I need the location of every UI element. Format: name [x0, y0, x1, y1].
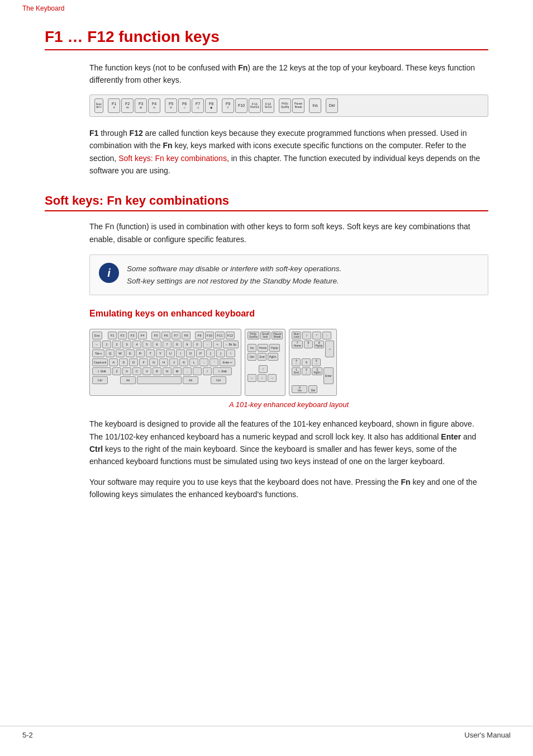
kb-6: 6 — [153, 341, 161, 348]
kb-backslash: \ — [226, 349, 235, 357]
kb-num7: 7Home — [292, 341, 302, 348]
key-f1: F1☀ — [108, 98, 120, 113]
kb-num123-row: 1End 2↓ 3PgDn Enter — [292, 367, 334, 384]
kb-y: Y — [156, 349, 165, 357]
page-footer: 5-2 User's Manual — [0, 726, 533, 739]
emulating-keys-subsection: Emulating keys on enhanced keyboard Esc … — [89, 309, 488, 500]
kb-j: J — [169, 358, 178, 366]
kb-num-enter: Enter — [323, 367, 334, 384]
breadcrumb-text: The Keyboard — [22, 4, 64, 12]
kb-num0: 0Ins — [292, 385, 307, 393]
kb-enter: Enter ↵ — [220, 358, 235, 366]
kb-m: M — [173, 367, 182, 375]
kb-num-plus: + — [325, 341, 334, 357]
kb-tilde: ~ — [92, 341, 101, 348]
soft-keys-link[interactable]: Soft keys: Fn key combinations — [118, 154, 227, 163]
kb-num0-row: 0Ins .Del — [292, 385, 334, 393]
key-ins: Ins — [309, 98, 321, 113]
kb-capslock: CapsLock — [92, 358, 108, 366]
kb-num456-row: 4← 5 6→ — [292, 358, 334, 366]
kb-8: 8 — [173, 341, 182, 348]
key-pause: PauseBreak — [292, 98, 304, 113]
kb-lbracket: [ — [206, 349, 215, 357]
kb-z: Z — [112, 367, 121, 375]
kb-num2: 2↓ — [302, 367, 311, 375]
kb-num8: 8↑ — [304, 341, 313, 348]
kb-esc: Esc — [92, 332, 102, 339]
kb-arrow-row2: ← ↓ → — [248, 374, 283, 382]
kb-backspace: ← Bk Sp — [223, 341, 239, 348]
kb-rctrl: Ctrl — [211, 376, 226, 384]
kb-num6: 6→ — [312, 358, 321, 366]
kb-zxcv-row: ⇧ Shift Z X C V B N M , . / ⇧ Shift — [92, 367, 239, 375]
kb-f: F — [139, 358, 148, 366]
kb-num4: 4← — [292, 358, 301, 366]
kb-num1: 1End — [292, 367, 301, 375]
kb-r: R — [136, 349, 145, 357]
key-f10: F10 — [235, 98, 248, 113]
breadcrumb: The Keyboard — [0, 0, 533, 17]
kb-qwerty-row: Tab⇥ Q W E R T Y U I O P [ ] — [92, 349, 239, 357]
fn-keys-title: F1 … F12 function keys — [45, 28, 488, 50]
key-f7: F7◁ — [192, 98, 204, 113]
key-f5: F5⟳ — [165, 98, 177, 113]
fn-keys-para1: The function keys (not to be confused wi… — [89, 62, 488, 87]
kb-h: H — [159, 358, 168, 366]
kb-rshift: ⇧ Shift — [213, 367, 232, 375]
kb-rbracket: ] — [216, 349, 225, 357]
key-f8: F8◉ — [205, 98, 217, 113]
kb-num-star: * — [312, 332, 321, 339]
kb-pause: PauseBreak — [272, 332, 283, 339]
kb-num-dot: .Del — [308, 385, 317, 393]
kb-2: 2 — [112, 341, 121, 348]
kb-space — [137, 376, 182, 384]
kb-d: D — [129, 358, 138, 366]
kb-up: ↑ — [259, 365, 268, 373]
key-f2: F2☀+ — [121, 98, 134, 113]
emulating-keys-para2: Your software may require you to use key… — [89, 476, 488, 501]
kb-f2: F2 — [118, 332, 127, 339]
kb-num-row: ~ 1 2 3 4 5 6 7 8 9 0 - = — [92, 341, 239, 348]
kb-u: U — [166, 349, 175, 357]
key-esc: Esc⊕/↩ — [94, 98, 103, 113]
fn-keys-section: F1 … F12 function keys The function keys… — [45, 28, 488, 177]
kb-del: Del — [248, 353, 256, 361]
fn-keys-para2: F1 through F12 are called function keys … — [89, 127, 488, 177]
kb-num-minus: - — [322, 332, 331, 339]
kb-c: C — [132, 367, 141, 375]
kb-9: 9 — [183, 341, 192, 348]
kb-ins: Ins — [248, 344, 256, 352]
kb-num3: 3PgDn — [312, 367, 322, 375]
key-prtsc: PrtScSysRq — [279, 98, 291, 113]
info-text: Some software may disable or interfere w… — [127, 263, 341, 287]
key-f6: F6♫ — [178, 98, 191, 113]
key-del: Del — [326, 98, 338, 113]
soft-keys-section: Soft keys: Fn key combinations The Fn (f… — [45, 193, 488, 500]
kb-f3: F3 — [128, 332, 137, 339]
kb-lctrl: Ctrl — [92, 376, 108, 384]
key-f11: F11NumLk — [249, 98, 261, 113]
kb-sys-row: PrtScSysRq Scrolllock PauseBreak — [248, 332, 283, 339]
kb-equals: = — [213, 341, 222, 348]
kb-q: Q — [106, 349, 115, 357]
kb-asdf-row: CapsLock A S D F G H J K L ; ' E — [92, 358, 239, 366]
kb-slash: / — [203, 367, 212, 375]
kb-i: I — [176, 349, 185, 357]
kb-3: 3 — [122, 341, 131, 348]
kb-ralt: Alt — [183, 376, 198, 384]
emulating-keys-title: Emulating keys on enhanced keyboard — [89, 309, 488, 319]
soft-keys-title: Soft keys: Fn key combinations — [45, 193, 488, 211]
key-f4: F4⊙ — [148, 98, 160, 113]
kb-comma: , — [183, 367, 192, 375]
kb-5: 5 — [142, 341, 151, 348]
kb-f1: F1 — [108, 332, 117, 339]
kb-l: L — [189, 358, 198, 366]
kb-ctrl-row: Ctrl Alt Alt Ctrl — [92, 376, 239, 384]
kb-nav-row1: Ins Home PgUp — [248, 344, 283, 352]
soft-keys-para1: The Fn (function) is used in combination… — [89, 220, 488, 245]
kb-7: 7 — [163, 341, 172, 348]
kb-f12: F12 — [226, 332, 235, 339]
kb-num789-row: 7Home 8↑ 9PgUp + — [292, 341, 334, 357]
kb-1: 1 — [102, 341, 111, 348]
kb-4: 4 — [132, 341, 141, 348]
